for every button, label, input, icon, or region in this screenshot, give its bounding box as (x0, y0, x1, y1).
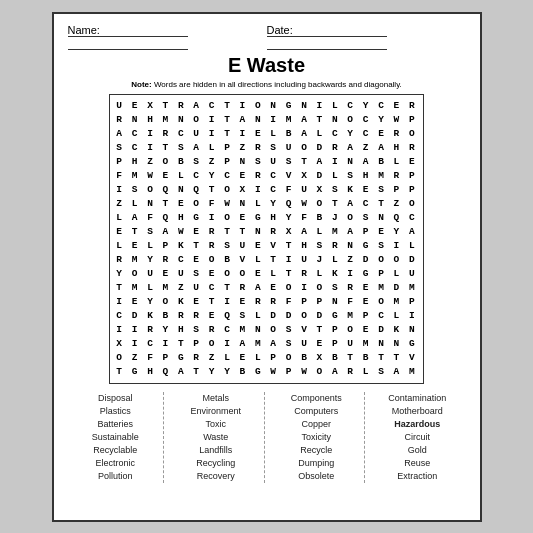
word-item: Motherboard (392, 405, 443, 418)
grid-row: L E L P K T R S U E V T H S R N G S I L (116, 239, 416, 253)
word-column-3: ComponentsComputersCopperToxicityRecycle… (269, 392, 366, 483)
word-item: Metals (202, 392, 229, 405)
word-item: Circuit (404, 431, 430, 444)
grid-row: P H Z O B S Z P N S U S T A I N A B L E (116, 155, 416, 169)
word-item: Sustainable (92, 431, 139, 444)
grid-row: Z L N T E O F W N L Y Q W O T A C T Z O (116, 197, 416, 211)
word-item: Components (291, 392, 342, 405)
grid-row: I I R Y H S R C M N O S V T P O E D K N (116, 323, 416, 337)
word-column-1: DisposalPlasticsBatteriesSustainableRecy… (68, 392, 165, 483)
word-item: Reuse (404, 457, 430, 470)
note: Note: Words are hidden in all directions… (68, 80, 466, 89)
word-item: Electronic (95, 457, 135, 470)
word-item: Waste (203, 431, 228, 444)
grid-row: T G H Q A T Y Y B G W P W O A R L S A M (116, 365, 416, 379)
word-item: Landfills (199, 444, 232, 457)
grid-row: U E X T R A C T I O N G N I L C Y C E R (116, 99, 416, 113)
grid-row: Y O U E U S E O O E L T R L K I G P L U (116, 267, 416, 281)
date-label: Date: (267, 24, 387, 37)
grid-row: R N H M N O I T A N I M A T N O C Y W P (116, 113, 416, 127)
grid-row: O Z F P G R Z L E L P O B X B T B T T V (116, 351, 416, 365)
note-text: Words are hidden in all directions inclu… (152, 80, 402, 89)
word-item: Batteries (97, 418, 133, 431)
word-item: Toxicity (301, 431, 331, 444)
word-item: Environment (190, 405, 241, 418)
word-item: Plastics (100, 405, 131, 418)
name-label: Name: (68, 24, 188, 37)
word-item: Contamination (388, 392, 446, 405)
word-grid: U E X T R A C T I O N G N I L C Y C E RR… (109, 94, 423, 384)
word-item: Recyclable (93, 444, 137, 457)
word-column-4: ContaminationMotherboardHazardousCircuit… (369, 392, 466, 483)
grid-container: U E X T R A C T I O N G N I L C Y C E RR… (68, 94, 466, 384)
grid-row: X I C I T P O I A M A S U E P U M N N G (116, 337, 416, 351)
grid-row: S C I T S A L P Z R S U O D R A Z A H R (116, 141, 416, 155)
note-bold: Note: (131, 80, 151, 89)
words-section: DisposalPlasticsBatteriesSustainableRecy… (68, 392, 466, 483)
word-item: Obsolete (298, 470, 334, 483)
grid-row: C D K B R R E Q S L D D O D G M P C L I (116, 309, 416, 323)
word-item: Toxic (205, 418, 226, 431)
word-item: Dumping (298, 457, 334, 470)
word-item: Recycling (196, 457, 235, 470)
page: Name: Date: E Waste Note: Words are hidd… (52, 12, 482, 522)
header: Name: Date: (68, 24, 466, 50)
word-item: Gold (408, 444, 427, 457)
word-column-2: MetalsEnvironmentToxicWasteLandfillsRecy… (168, 392, 265, 483)
word-item: Recycle (300, 444, 332, 457)
word-item: Extraction (397, 470, 437, 483)
word-item: Copper (301, 418, 331, 431)
word-item: Recovery (197, 470, 235, 483)
word-item: Pollution (98, 470, 133, 483)
word-item: Computers (294, 405, 338, 418)
page-title: E Waste (68, 54, 466, 77)
grid-row: I E Y O K E T I E R R F P P N F E O M P (116, 295, 416, 309)
grid-row: A C I R C U I T I E L B A L C Y C E R O (116, 127, 416, 141)
grid-row: F M W E L C Y C E R C V X D L S H M R P (116, 169, 416, 183)
grid-row: I S O Q N Q T O X I C F U X S K E S P P (116, 183, 416, 197)
word-item: Disposal (98, 392, 133, 405)
grid-row: L A F Q H G I O E G H Y F B J O S N Q C (116, 211, 416, 225)
grid-row: T M L M Z U C T R A E O I O S R E M D M (116, 281, 416, 295)
grid-row: E T S A W E R T T N R X A L M A P E Y A (116, 225, 416, 239)
word-item: Hazardous (394, 418, 440, 431)
grid-row: R M Y R C E O B V L T I U J L Z D O O D (116, 253, 416, 267)
